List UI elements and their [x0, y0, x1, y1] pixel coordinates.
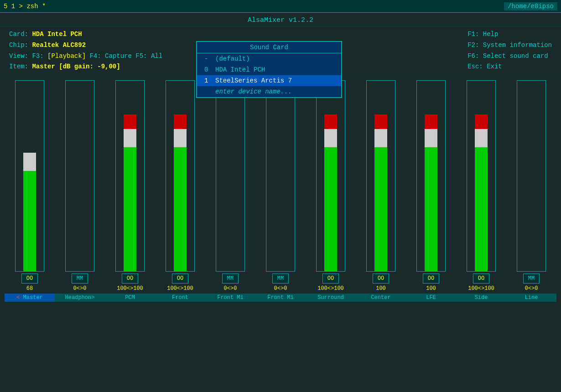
- fader-white-side: [475, 129, 488, 147]
- f1-val-text: Help: [483, 31, 499, 38]
- fader-front-mi1[interactable]: [216, 80, 245, 272]
- channel-name-front[interactable]: Front: [155, 294, 205, 302]
- mute-btn-center[interactable]: OO: [373, 273, 389, 284]
- fader-front-mi2[interactable]: [266, 80, 295, 272]
- fader-green-center: [374, 147, 387, 271]
- sc-item-name-0: (default): [215, 55, 250, 62]
- channel-name-line[interactable]: Line: [506, 294, 556, 302]
- fader-inner-front-mi2: [274, 81, 287, 271]
- channel-name-pcm[interactable]: PCM: [105, 294, 155, 302]
- fader-center[interactable]: [366, 80, 395, 272]
- channel-value-front-mi2: 0<>0: [274, 285, 287, 292]
- channel-center[interactable]: OO100Center: [356, 80, 406, 313]
- channel-name-center[interactable]: Center: [356, 294, 406, 302]
- channel-pcm[interactable]: OO100<>100PCM: [105, 80, 155, 313]
- fader-red-side: [475, 114, 488, 129]
- channel-front-mi1[interactable]: MM0<>0Front Mi: [205, 80, 255, 313]
- chip-label: Chip:: [9, 41, 28, 49]
- channel-name-side[interactable]: Side: [456, 294, 506, 302]
- f6-val-text: Select sound card: [483, 52, 548, 60]
- view-f3[interactable]: F3:: [32, 52, 43, 60]
- fader-green-master: [23, 171, 36, 271]
- fader-surround[interactable]: [316, 80, 345, 272]
- fader-green-front: [174, 147, 187, 271]
- fader-headphone[interactable]: [65, 80, 94, 272]
- f1-shortcut: F1: Help: [468, 29, 552, 40]
- card-value: HDA Intel PCH: [32, 31, 82, 38]
- channel-value-pcm: 100<>100: [117, 285, 143, 292]
- fader-front[interactable]: [166, 80, 195, 272]
- channel-line[interactable]: MM0<>0Line: [506, 80, 556, 313]
- sc-item-name-2: SteelSeries Arctis 7: [215, 77, 292, 84]
- sc-item-name-1: HDA Intel PCH: [215, 66, 265, 73]
- view-f4-label[interactable]: F4: Capture: [89, 52, 131, 60]
- mute-btn-pcm[interactable]: OO: [122, 273, 138, 284]
- channel-lfe[interactable]: OO100LFE: [406, 80, 456, 313]
- mute-btn-master[interactable]: OO: [21, 273, 38, 284]
- mute-btn-surround[interactable]: OO: [322, 273, 339, 284]
- card-info: Card: HDA Intel PCH: [9, 29, 162, 40]
- sc-item-1[interactable]: 0HDA Intel PCH: [197, 64, 341, 75]
- fader-inner-headphone: [73, 81, 86, 271]
- fader-white-front: [174, 129, 187, 147]
- mute-btn-side[interactable]: OO: [473, 273, 489, 284]
- channel-name-master[interactable]: < Master: [5, 294, 55, 302]
- channel-front-mi2[interactable]: MM0<>0Front Mi: [255, 80, 306, 313]
- view-f5-label[interactable]: F5: All: [135, 52, 162, 60]
- channel-value-master: 68: [26, 285, 33, 292]
- fader-line[interactable]: [517, 80, 546, 272]
- channel-front[interactable]: OO100<>100Front: [155, 80, 205, 313]
- channel-headphone[interactable]: MM0<>0Headphon>: [55, 80, 105, 313]
- channel-name-front-mi1[interactable]: Front Mi: [205, 294, 255, 302]
- fader-red-lfe: [425, 114, 437, 129]
- fader-white-center: [374, 129, 387, 147]
- mute-btn-headphone[interactable]: MM: [72, 273, 88, 284]
- sound-card-dialog[interactable]: Sound Card -(default)0HDA Intel PCH1Stee…: [196, 41, 342, 98]
- channel-surround[interactable]: OO100<>100Surround: [306, 80, 356, 313]
- esc-key: Esc:: [468, 63, 483, 70]
- fader-inner-side: [475, 81, 488, 271]
- fader-lfe[interactable]: [416, 80, 446, 272]
- sc-item-name-3: enter device name...: [215, 88, 292, 95]
- f2-val-text: System information: [483, 41, 552, 49]
- channel-name-front-mi2[interactable]: Front Mi: [255, 294, 306, 302]
- channel-value-front-mi1: 0<>0: [224, 285, 237, 292]
- channel-value-side: 100<>100: [468, 285, 494, 292]
- mute-btn-lfe[interactable]: OO: [423, 273, 439, 284]
- channel-value-surround: 100<>100: [317, 285, 344, 292]
- esc-val-text: Exit: [487, 63, 502, 70]
- view-playback[interactable]: [Playback]: [47, 52, 86, 60]
- channel-name-surround[interactable]: Surround: [306, 294, 356, 302]
- fader-white-lfe: [425, 129, 437, 147]
- fader-pcm[interactable]: [115, 80, 145, 272]
- chip-value: Realtek ALC892: [32, 41, 86, 49]
- info-right: F1: Help F2: System information F6: Sele…: [468, 29, 552, 72]
- sc-item-3[interactable]: enter device name...: [197, 86, 341, 97]
- mute-btn-line[interactable]: MM: [523, 273, 540, 284]
- item-label: Item:: [9, 63, 28, 70]
- fader-master[interactable]: [15, 80, 44, 272]
- channel-value-front: 100<>100: [167, 285, 193, 292]
- channel-side[interactable]: OO100<>100Side: [456, 80, 506, 313]
- info-left: Card: HDA Intel PCH Chip: Realtek ALC892…: [9, 29, 162, 72]
- mute-btn-front-mi2[interactable]: MM: [272, 273, 289, 284]
- sc-item-0[interactable]: -(default): [197, 53, 341, 64]
- sc-item-num-1: 0: [204, 66, 212, 73]
- f1-key: F1:: [468, 31, 479, 38]
- current-path: /home/e0ipso: [504, 2, 557, 10]
- channel-master[interactable]: OO68< Master: [5, 80, 55, 313]
- sc-item-2[interactable]: 1SteelSeries Arctis 7: [197, 75, 341, 86]
- fader-green-side: [475, 147, 488, 271]
- sc-item-num-3: [204, 88, 212, 95]
- view-label: View:: [9, 52, 28, 60]
- channel-name-headphone[interactable]: Headphon>: [55, 294, 105, 302]
- channel-name-lfe[interactable]: LFE: [406, 294, 456, 302]
- fader-side[interactable]: [467, 80, 496, 272]
- channel-value-center: 100: [376, 285, 386, 292]
- mute-btn-front[interactable]: OO: [172, 273, 188, 284]
- mute-btn-front-mi1[interactable]: MM: [222, 273, 239, 284]
- fader-white-master: [23, 153, 36, 171]
- fader-inner-surround: [324, 81, 337, 271]
- fader-white-surround: [324, 129, 337, 147]
- f2-key: F2:: [468, 41, 479, 49]
